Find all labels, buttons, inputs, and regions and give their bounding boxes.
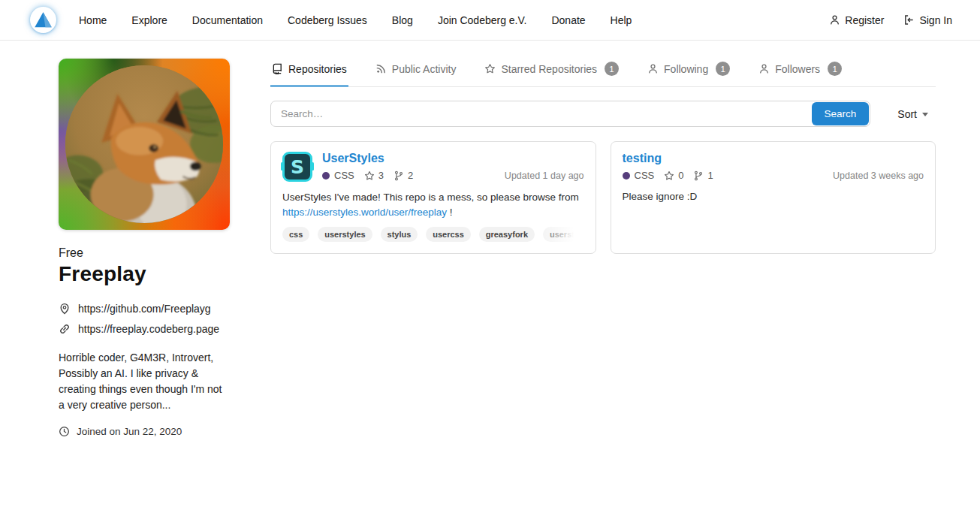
tab-followers[interactable]: Followers 1 (757, 53, 843, 87)
language-dot-css (623, 172, 630, 180)
profile-display-name: Free (59, 246, 230, 260)
main-content: Free Freeplay https://github.com/Freepla… (0, 41, 980, 437)
repo-description-testing: Please ignore :D (623, 189, 924, 204)
topic-tag[interactable]: userstyles (318, 227, 372, 242)
profile-tabs: Repositories Public Activity Starred Rep… (270, 53, 936, 87)
profile-username: Freeplay (59, 262, 230, 286)
joined-date-text: Joined on Jun 22, 2020 (77, 426, 182, 437)
topic-list: css userstyles stylus usercss greasyfork… (282, 227, 584, 243)
sign-in-button[interactable]: Sign In (903, 14, 952, 26)
profile-bio: Horrible coder, G4M3R, Introvert, Possib… (59, 350, 230, 413)
chevron-down-icon (922, 113, 928, 116)
updated-timestamp: Updated 1 day ago (497, 170, 584, 181)
profile-joined: Joined on Jun 22, 2020 (59, 426, 230, 437)
repo-card-testing: testing CSS 0 (611, 141, 936, 254)
followers-count-badge: 1 (828, 62, 842, 76)
repo-description-suffix: ! (450, 207, 453, 218)
topic-tag[interactable]: usercss (426, 227, 471, 242)
sort-label: Sort (897, 108, 917, 120)
nav-item-explore[interactable]: Explore (131, 14, 167, 26)
repo-link-userstyles[interactable]: UserStyles (322, 152, 384, 165)
location-icon (59, 303, 71, 315)
nav-links: Home Explore Documentation Codeberg Issu… (79, 14, 656, 26)
repo-search-row: Search Sort (270, 101, 936, 127)
repo-description-text: UserStyles I've made! This repo is a mes… (282, 192, 579, 203)
fork-icon (394, 170, 404, 181)
search-button[interactable]: Search (812, 102, 870, 125)
tab-following[interactable]: Following 1 (646, 53, 731, 87)
repo-description-link[interactable]: https://userstyles.world/user/freeplay (282, 207, 447, 218)
tab-public-activity[interactable]: Public Activity (374, 53, 458, 87)
sign-in-label: Sign In (919, 14, 952, 26)
nav-item-blog[interactable]: Blog (392, 14, 413, 26)
link-icon (59, 323, 71, 335)
nav-item-help[interactable]: Help (611, 14, 632, 26)
rss-icon (375, 63, 387, 74)
profile-links: https://github.com/Freeplayg https://fre… (59, 303, 230, 335)
updated-timestamp: Updated 3 weeks ago (825, 170, 924, 181)
sign-in-icon (903, 14, 915, 26)
profile-website-row: https://freeplay.codeberg.page (59, 323, 230, 335)
userstyles-repo-avatar: S (282, 152, 312, 182)
tab-repositories[interactable]: Repositories (270, 53, 348, 87)
star-icon (664, 170, 674, 181)
tab-starred-repositories[interactable]: Starred Repositories 1 (483, 53, 620, 87)
star-icon (484, 63, 496, 74)
nav-item-codeberg-issues[interactable]: Codeberg Issues (288, 14, 367, 26)
repo-card-userstyles: S UserStyles CSS 3 (270, 141, 596, 254)
fork-count: 2 (408, 170, 413, 181)
profile-location-row: https://github.com/Freeplayg (59, 303, 230, 315)
repo-meta-testing: CSS 0 (623, 170, 924, 181)
topic-fade-overlay (536, 227, 584, 243)
repo-list: S UserStyles CSS 3 (270, 141, 936, 254)
star-count: 3 (378, 170, 384, 181)
nav-item-home[interactable]: Home (79, 14, 107, 26)
tab-followers-label: Followers (775, 63, 820, 75)
register-button[interactable]: Register (829, 14, 884, 26)
tab-public-activity-label: Public Activity (392, 63, 457, 75)
repo-icon (272, 63, 283, 74)
sort-dropdown[interactable]: Sort (897, 108, 928, 120)
fox-avatar-image (65, 65, 223, 223)
search-group: Search (270, 101, 870, 127)
person-icon (758, 63, 770, 74)
tab-following-label: Following (664, 63, 708, 75)
nav-item-documentation[interactable]: Documentation (192, 14, 263, 26)
topic-tag[interactable]: greasyfork (479, 227, 535, 242)
content-column: Repositories Public Activity Starred Rep… (270, 53, 936, 254)
profile-website-link[interactable]: https://freeplay.codeberg.page (78, 323, 219, 335)
nav-item-join-codeberg[interactable]: Join Codeberg e.V. (438, 14, 527, 26)
topic-tag[interactable]: stylus (381, 227, 418, 242)
tab-repositories-label: Repositories (288, 63, 347, 75)
repo-meta-userstyles: CSS 3 (322, 170, 584, 181)
person-icon (829, 14, 840, 26)
starred-count-badge: 1 (605, 62, 619, 76)
user-avatar (59, 59, 230, 230)
fork-icon (693, 170, 704, 181)
person-icon (647, 63, 659, 74)
fork-count: 1 (707, 170, 713, 181)
search-input[interactable] (271, 101, 811, 126)
repo-description-userstyles: UserStyles I've made! This repo is a mes… (282, 190, 584, 219)
userstyles-logo-letter: S (291, 158, 304, 177)
language-label: CSS (635, 170, 655, 181)
language-dot-css (322, 172, 330, 180)
codeberg-logo[interactable] (30, 7, 56, 33)
repo-link-testing[interactable]: testing (623, 152, 662, 165)
nav-item-donate[interactable]: Donate (551, 14, 585, 26)
profile-location-text[interactable]: https://github.com/Freeplayg (78, 303, 211, 315)
star-icon (364, 170, 375, 181)
top-navbar: Home Explore Documentation Codeberg Issu… (0, 0, 980, 41)
clock-icon (59, 426, 70, 437)
tab-starred-label: Starred Repositories (501, 63, 597, 75)
language-label: CSS (334, 170, 354, 181)
following-count-badge: 1 (716, 62, 730, 76)
codeberg-mountain-icon (30, 7, 56, 33)
star-count: 0 (678, 170, 683, 181)
profile-sidebar: Free Freeplay https://github.com/Freepla… (59, 59, 230, 437)
topic-tag[interactable]: css (282, 227, 309, 242)
register-label: Register (845, 14, 884, 26)
